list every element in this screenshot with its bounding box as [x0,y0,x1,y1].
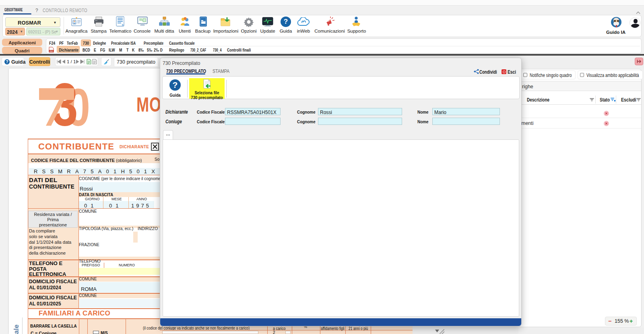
svg-text:PDF: PDF [50,50,53,52]
